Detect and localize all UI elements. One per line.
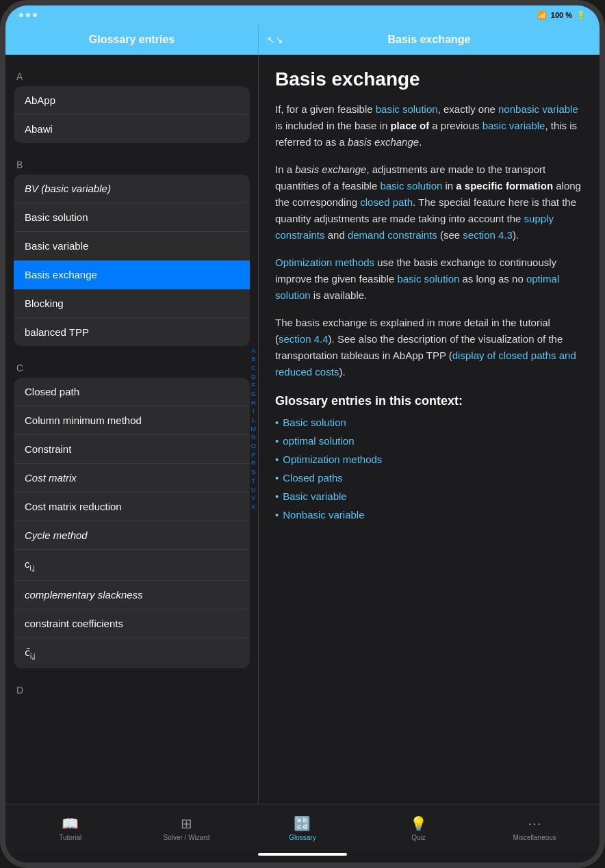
sidebar-item-constraint-coeff[interactable]: constraint coefficients [14,609,250,638]
sidebar-item-column-min[interactable]: Column minimum method [14,406,250,435]
battery-text: 100 % [551,11,572,19]
tab-glossary[interactable]: 🔡 Glossary [244,815,361,841]
sidebar-item-abawi[interactable]: Abawi [14,115,250,143]
link-demand-constraints[interactable]: demand constraints [348,229,437,241]
tutorial-label: Tutorial [59,834,81,841]
sidebar: A AbApp Abawi B BV (basic variable) Basi… [5,55,259,804]
nav-left: Glossary entries [5,25,259,55]
alpha-f[interactable]: F [250,382,258,390]
alpha-n[interactable]: N [249,434,258,442]
alpha-g[interactable]: G [249,391,258,399]
glossary-link-basic-solution[interactable]: Basic solution [275,417,583,428]
sidebar-item-closed-path[interactable]: Closed path [14,378,250,406]
nav-right-title: Basis exchange [388,34,471,46]
link-basic-solution-3[interactable]: basic solution [397,273,459,285]
glossary-link-basic-variable[interactable]: Basic variable [275,490,583,502]
section-letter-c: C [14,357,250,378]
glossary-label: Glossary [289,834,316,841]
content-area: Basis exchange If, for a given feasible … [259,55,600,804]
alpha-h[interactable]: H [249,399,258,408]
alpha-p[interactable]: P [249,451,257,460]
section-letter-b: B [14,154,250,174]
sidebar-item-cost-matrix[interactable]: Cost matrix [14,464,250,492]
alpha-i[interactable]: I [250,408,257,416]
sidebar-item-cij[interactable]: ci,j [14,550,250,581]
link-closed-path[interactable]: closed path [360,196,413,208]
alpha-a[interactable]: A [249,347,257,355]
glossary-context: Glossary entries in this context: Basic … [275,394,583,521]
link-display-closed-paths[interactable]: display of closed paths and reduced cost… [275,350,576,378]
tab-tutorial[interactable]: 📖 Tutorial [12,815,129,841]
section-letter-d: D [14,679,250,700]
alpha-m[interactable]: M [249,425,259,434]
alpha-o[interactable]: O [249,443,258,451]
sidebar-item-abapp[interactable]: AbApp [14,86,250,115]
alpha-c[interactable]: C [249,365,258,373]
alpha-r[interactable]: R [249,460,258,468]
sidebar-item-cycle-method[interactable]: Cycle method [14,521,250,550]
link-nonbasic-variable[interactable]: nonbasic variable [498,103,578,115]
alpha-index: A B C D F G H I L M N O P R S T U V X [249,347,259,511]
glossary-link-closed-paths[interactable]: Closed paths [275,472,583,484]
glossary-icon: 🔡 [294,815,311,832]
glossary-context-title: Glossary entries in this context: [275,394,583,408]
content-para-4: The basis exchange is explained in more … [275,315,583,380]
glossary-link-nonbasic-variable[interactable]: Nonbasic variable [275,509,583,521]
glossary-link-text[interactable]: Basic solution [283,417,346,428]
sidebar-item-basic-solution[interactable]: Basic solution [14,203,250,232]
sidebar-item-cost-matrix-reduction[interactable]: Cost matrix reduction [14,492,250,521]
alpha-b[interactable]: B [249,356,257,364]
content-para-1: If, for a given feasible basic solution,… [275,101,583,150]
tab-bar: 📖 Tutorial ⊞ Solver / Wizard 🔡 Glossary … [5,804,600,852]
expand-icon[interactable]: ↖↘ [267,34,283,45]
misc-label: Miscellaneous [513,834,556,841]
status-bar: 📶 100 % 🔋 [5,5,600,25]
glossary-link-optimal-solution[interactable]: optimal solution [275,435,583,447]
glossary-link-text-5[interactable]: Basic variable [283,490,346,502]
quiz-label: Quiz [411,834,426,841]
sidebar-item-basis-exchange[interactable]: Basis exchange [14,261,250,289]
status-right: 📶 100 % 🔋 [537,11,586,20]
glossary-link-text-4[interactable]: Closed paths [283,472,343,484]
solver-label: Solver / Wizard [163,834,209,841]
content-para-2: In a basis exchange, adjustments are mad… [275,161,583,244]
link-section-43[interactable]: section 4.3 [463,229,513,241]
tab-quiz[interactable]: 💡 Quiz [361,815,477,841]
link-basic-solution-2[interactable]: basic solution [380,180,442,192]
sidebar-item-constraint[interactable]: Constraint [14,435,250,464]
group-b: BV (basic variable) Basic solution Basic… [14,174,250,346]
status-dots [19,13,37,17]
link-basic-solution-1[interactable]: basic solution [376,103,438,115]
nav-header: Glossary entries ↖↘ Basis exchange [5,25,600,55]
link-opt-methods[interactable]: Optimization methods [275,257,374,268]
wifi-icon: 📶 [537,11,547,20]
sidebar-item-basic-variable[interactable]: Basic variable [14,232,250,261]
glossary-link-text-2[interactable]: optimal solution [283,435,354,447]
content-para-3: Optimization methods use the basis excha… [275,254,583,304]
alpha-l[interactable]: L [250,417,257,425]
alpha-v[interactable]: V [249,495,257,503]
tab-misc[interactable]: ⋯ Miscellaneous [476,815,593,841]
glossary-link-text-3[interactable]: Optimization methods [283,453,382,465]
nav-right: ↖↘ Basis exchange [259,25,600,55]
alpha-s[interactable]: S [249,469,257,477]
sidebar-item-cbar-ij[interactable]: c̄i,j [14,638,250,668]
glossary-link-text-6[interactable]: Nonbasic variable [283,509,364,521]
link-basic-variable-1[interactable]: basic variable [482,120,545,131]
tab-solver[interactable]: ⊞ Solver / Wizard [129,815,245,841]
misc-icon: ⋯ [528,815,541,832]
alpha-t[interactable]: T [250,477,258,486]
sidebar-item-comp-slackness[interactable]: complementary slackness [14,581,250,609]
glossary-link-opt-methods[interactable]: Optimization methods [275,453,583,465]
battery-icon: 🔋 [576,11,586,20]
text-place-of: place of [390,120,429,131]
alpha-x[interactable]: X [249,503,257,512]
link-section-44[interactable]: section 4.4 [279,333,329,345]
alpha-d[interactable]: D [249,373,258,382]
sidebar-item-balanced-tpp[interactable]: balanced TPP [14,318,250,346]
text-specific-formation: a specific formation [456,180,553,192]
sidebar-item-bv[interactable]: BV (basic variable) [14,174,250,203]
alpha-u[interactable]: U [249,486,258,494]
sidebar-item-blocking[interactable]: Blocking [14,289,250,318]
main-content: A AbApp Abawi B BV (basic variable) Basi… [5,55,600,804]
